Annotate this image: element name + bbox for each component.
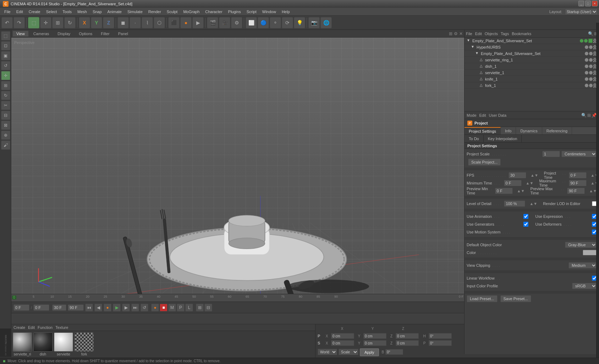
tab-info[interactable]: Info — [501, 127, 516, 134]
tab-key-interpolation[interactable]: Key Interpolation — [484, 135, 522, 142]
timeline-loop[interactable]: ↺ — [141, 304, 148, 311]
menu-create[interactable]: Create — [26, 9, 43, 15]
menu-tools[interactable]: Tools — [60, 9, 75, 15]
object-visibility-dot[interactable] — [585, 84, 588, 87]
menu-simulate[interactable]: Simulate — [125, 9, 145, 15]
object-render-dot[interactable] — [589, 58, 593, 62]
attr-menu-mode[interactable]: Mode — [467, 113, 477, 117]
timeline-record[interactable]: ● — [104, 304, 111, 311]
min-time-input[interactable] — [504, 180, 522, 186]
preview-min-input[interactable] — [495, 188, 513, 194]
material-item-serviette-ring[interactable]: serviette_ri — [13, 332, 32, 356]
object-list-item[interactable]: ▼ Empty_Plate_And_Silverware_Set — [465, 38, 599, 44]
tool-mirror[interactable]: ⊠ — [1, 121, 10, 130]
view-clipping-select[interactable]: Medium Small Large — [568, 262, 597, 269]
tool-select[interactable]: ⬚ — [1, 31, 10, 40]
object-list-item[interactable]: ▼ HyperNURBS — [465, 44, 599, 50]
coord-px-input[interactable] — [331, 333, 354, 339]
object-render-dot[interactable] — [589, 77, 593, 81]
toolbar-btn-z[interactable]: Z — [103, 17, 114, 28]
menu-plugins[interactable]: Plugins — [225, 9, 244, 15]
tab-todo[interactable]: To Do — [465, 135, 484, 142]
toolbar-btn-redo[interactable]: ↷ — [13, 17, 25, 28]
menu-help[interactable]: Help — [279, 9, 293, 15]
object-render-dot[interactable] — [589, 65, 593, 68]
object-visibility-dot[interactable] — [585, 65, 588, 68]
menu-window[interactable]: Window — [259, 9, 279, 15]
timeline-end-frame[interactable] — [68, 304, 84, 311]
coord-p-input[interactable] — [429, 340, 452, 346]
menu-render[interactable]: Render — [145, 9, 164, 15]
mat-menu-texture[interactable]: Texture — [55, 325, 68, 330]
min-time-stepper[interactable]: ▲▼ — [526, 181, 534, 185]
toolbar-btn-rotate[interactable]: ↻ — [64, 17, 76, 28]
menu-animate[interactable]: Animate — [105, 9, 125, 15]
viewport-icon-settings[interactable]: ⚙ — [454, 31, 458, 36]
max-time-input[interactable] — [569, 180, 587, 186]
timeline-step-back[interactable]: ◀ — [94, 304, 102, 311]
preview-min-stepper[interactable]: ▲▼ — [517, 189, 525, 193]
timeline-btn-motion[interactable]: M — [168, 304, 176, 311]
lod-input[interactable] — [504, 200, 525, 207]
object-visibility-dot[interactable] — [585, 77, 588, 81]
om-menu-bookmarks[interactable]: Bookmarks — [512, 32, 531, 36]
timeline-btn-stop[interactable]: ■ — [160, 304, 167, 311]
coord-pz-input[interactable] — [396, 333, 419, 339]
maximize-button[interactable]: □ — [585, 1, 591, 6]
om-search-icon[interactable]: 🔍 — [588, 31, 593, 36]
viewport-tab-display[interactable]: Display — [54, 31, 74, 37]
object-list-item[interactable]: △ serviette_ring_1 — [465, 57, 599, 63]
tool-axis[interactable]: ⊕ — [1, 131, 10, 140]
object-list-item[interactable]: △ serviette_1 — [465, 70, 599, 76]
toolbar-btn-cube[interactable]: ⬜ — [246, 17, 257, 28]
object-list-item[interactable]: ▼ Empty_Plate_And_Silverware_Set — [465, 50, 599, 57]
minimize-button[interactable]: _ — [578, 1, 584, 6]
om-menu-edit[interactable]: Edit — [475, 32, 482, 36]
menu-file[interactable]: File — [1, 9, 13, 15]
tab-dynamics[interactable]: Dynamics — [516, 127, 542, 134]
toolbar-btn-record[interactable]: ● — [180, 17, 192, 28]
toolbar-btn-render-settings[interactable]: ⚙ — [231, 17, 242, 28]
toolbar-btn-move[interactable]: ✛ — [40, 17, 51, 28]
timeline-ruler[interactable]: 0 5 10 15 20 25 30 35 40 45 50 55 60 65 … — [11, 294, 464, 302]
toolbar-btn-anim[interactable]: ⬛ — [168, 17, 180, 28]
object-visibility-dot[interactable] — [585, 58, 588, 62]
toolbar-btn-x[interactable]: X — [79, 17, 90, 28]
scale-project-button[interactable]: Scale Project... — [468, 159, 501, 166]
coord-b-input[interactable] — [385, 349, 403, 355]
material-item-dish[interactable]: dish — [33, 332, 53, 356]
timeline-btn-grid[interactable]: ⊟ — [204, 304, 212, 311]
toolbar-btn-poly[interactable]: ⬡ — [154, 17, 165, 28]
material-item-fork[interactable]: fork — [75, 332, 94, 356]
coord-sz-input[interactable] — [396, 340, 419, 346]
object-visibility-dot[interactable] — [585, 45, 588, 49]
om-menu-objects[interactable]: Objects — [485, 32, 498, 36]
menu-character[interactable]: Character — [202, 9, 225, 15]
viewport-tab-cameras[interactable]: Cameras — [30, 31, 53, 37]
preview-max-stepper[interactable]: ▲▼ — [589, 189, 597, 193]
toolbar-btn-edges[interactable]: ⌇ — [142, 17, 153, 28]
tool-rotate[interactable]: ↻ — [1, 91, 10, 100]
attr-menu-user-data[interactable]: User Data — [489, 113, 507, 117]
toolbar-btn-deform[interactable]: ⟳ — [282, 17, 293, 28]
toolbar-btn-scale[interactable]: ⊞ — [52, 17, 64, 28]
timeline-btn-layer[interactable]: L — [185, 304, 193, 311]
mat-menu-create[interactable]: Create — [13, 325, 25, 330]
object-visibility-dot[interactable] — [585, 52, 588, 55]
viewport-icon-close[interactable]: ✕ — [459, 31, 463, 36]
default-obj-color-select[interactable]: Gray-Blue Custom — [565, 242, 597, 248]
timeline-play[interactable]: ▶ — [113, 304, 121, 311]
attr-expand-icon[interactable]: ⊞ — [587, 113, 591, 118]
coord-sy-input[interactable] — [363, 340, 386, 346]
close-button[interactable]: ✕ — [592, 1, 598, 6]
timeline-btn-keyframe[interactable]: ● — [151, 304, 159, 311]
tool-rect-select[interactable]: ▣ — [1, 51, 10, 60]
timeline-fps-input[interactable] — [33, 304, 49, 311]
use-generators-checkbox[interactable] — [523, 222, 528, 227]
toolbar-btn-object[interactable]: ◼ — [117, 17, 129, 28]
toolbar-btn-light[interactable]: 💡 — [294, 17, 305, 28]
project-time-input[interactable] — [569, 172, 587, 178]
coord-py-input[interactable] — [363, 333, 386, 339]
timeline-fps-value[interactable] — [52, 304, 66, 311]
mat-menu-function[interactable]: Function — [38, 325, 53, 330]
